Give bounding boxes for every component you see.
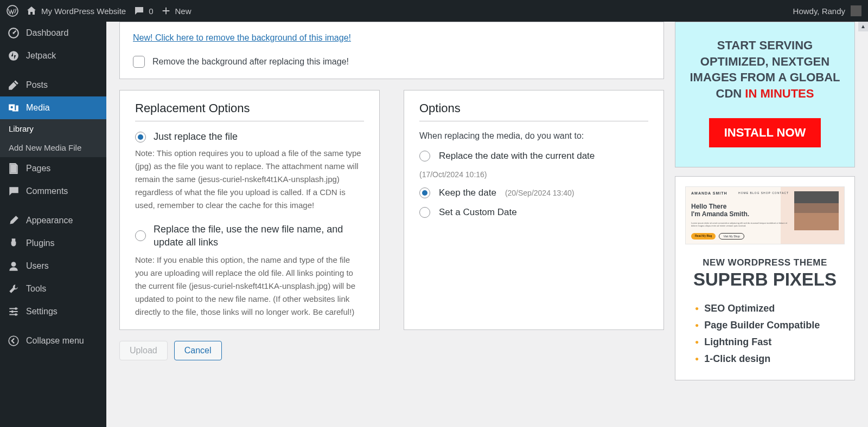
sidebar-item-tools[interactable]: Tools xyxy=(0,277,106,300)
remove-bg-label: Remove the background after replacing th… xyxy=(152,57,349,67)
remove-bg-link[interactable]: New! Click here to remove the background… xyxy=(133,33,351,42)
svg-point-3 xyxy=(9,51,18,61)
sidebar-item-settings[interactable]: Settings xyxy=(0,300,106,323)
wp-logo[interactable] xyxy=(7,5,18,17)
feature-item: Page Builder Compatible xyxy=(695,320,845,331)
theme-promo: AMANDA SMITHHOME BLOG SHOP CONTACT Hello… xyxy=(675,176,855,380)
submenu-add-new[interactable]: Add New Media File xyxy=(0,138,106,157)
comments-link[interactable]: 0 xyxy=(133,5,153,16)
site-home-link[interactable]: My WordPress Website xyxy=(26,5,126,16)
feature-item: 1-Click design xyxy=(695,353,845,365)
opt2-note: Note: If you enable this option, the nam… xyxy=(135,254,364,319)
submenu-library[interactable]: Library xyxy=(0,119,106,138)
greeting: Howdy, Randy xyxy=(793,7,845,16)
sidebar-item-posts[interactable]: Posts xyxy=(0,74,106,96)
sidebar-item-jetpack[interactable]: Jetpack xyxy=(0,44,106,67)
svg-point-2 xyxy=(12,32,14,34)
sidebar-item-dashboard[interactable]: Dashboard xyxy=(0,22,106,44)
radio-just-replace[interactable] xyxy=(135,132,146,143)
feature-item: SEO Optimized xyxy=(695,303,845,314)
admin-sidebar: Dashboard Jetpack Posts Media Library Ad… xyxy=(0,22,106,427)
cancel-button[interactable]: Cancel xyxy=(174,341,222,360)
comment-count: 0 xyxy=(149,7,153,16)
opt1-note: Note: This option requires you to upload… xyxy=(135,147,364,212)
cdn-promo: START SERVING OPTIMIZED, NEXTGEN IMAGES … xyxy=(675,22,855,167)
sidebar-item-users[interactable]: Users xyxy=(0,255,106,277)
replacement-title: Replacement Options xyxy=(135,101,364,121)
replacement-options-box: Replacement Options Just replace the fil… xyxy=(119,90,380,330)
cdn-promo-line2: IN MINUTES xyxy=(745,87,814,100)
options-box: Options When replacing the media, do you… xyxy=(404,90,664,330)
radio-keep-date[interactable] xyxy=(419,187,430,198)
theme-preview-image: AMANDA SMITHHOME BLOG SHOP CONTACT Hello… xyxy=(685,186,845,244)
scrollbar[interactable]: ▲ xyxy=(858,22,868,427)
radio-replace-date-label: Replace the date with the current date xyxy=(439,151,595,161)
theme-heading: NEW WORDPRESS THEME xyxy=(685,257,845,268)
svg-point-9 xyxy=(9,336,18,346)
install-now-button[interactable]: INSTALL NOW xyxy=(709,118,821,147)
sidebar-item-comments[interactable]: Comments xyxy=(0,180,106,203)
sidebar-collapse[interactable]: Collapse menu xyxy=(0,329,106,352)
radio-custom-date[interactable] xyxy=(419,207,430,218)
radio-replace-rename[interactable] xyxy=(135,230,146,241)
keep-date-value: (20/Sep/2024 13:40) xyxy=(505,189,575,197)
radio-replace-rename-label: Replace the file, use the new file name,… xyxy=(154,223,364,249)
options-title: Options xyxy=(419,101,648,121)
site-name: My WordPress Website xyxy=(41,7,126,16)
upload-button[interactable]: Upload xyxy=(119,341,168,360)
options-subtitle: When replacing the media, do you want to… xyxy=(419,131,648,141)
remove-bg-checkbox[interactable] xyxy=(133,56,145,68)
new-label: New xyxy=(175,7,192,16)
sidebar-item-plugins[interactable]: Plugins xyxy=(0,232,106,255)
radio-custom-date-label: Set a Custom Date xyxy=(439,207,517,218)
avatar xyxy=(851,5,861,16)
replace-date-value: (17/Oct/2024 10:16) xyxy=(419,170,487,179)
svg-point-5 xyxy=(11,262,16,267)
radio-just-replace-label: Just replace the file xyxy=(154,131,238,143)
svg-point-7 xyxy=(11,310,14,313)
svg-point-4 xyxy=(11,106,13,108)
sidebar-item-pages[interactable]: Pages xyxy=(0,157,106,180)
feature-item: Lightning Fast xyxy=(695,337,845,348)
theme-name: SUPERB PIXELS xyxy=(685,269,845,290)
new-content-link[interactable]: New xyxy=(161,6,192,16)
sidebar-item-appearance[interactable]: Appearance xyxy=(0,209,106,232)
radio-keep-date-label: Keep the date xyxy=(439,187,496,198)
sidebar-item-media[interactable]: Media xyxy=(0,96,106,119)
svg-point-8 xyxy=(15,313,17,315)
svg-point-6 xyxy=(15,307,17,309)
account-link[interactable]: Howdy, Randy xyxy=(793,5,861,16)
radio-replace-date[interactable] xyxy=(419,151,430,161)
